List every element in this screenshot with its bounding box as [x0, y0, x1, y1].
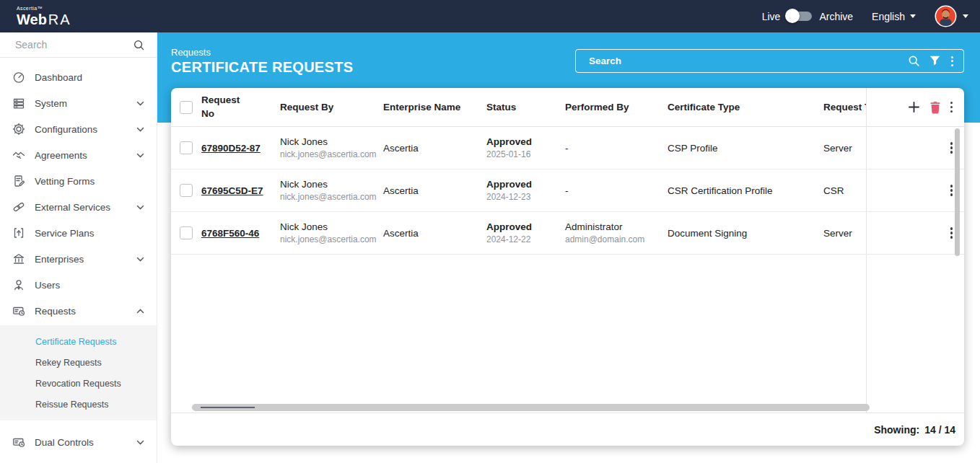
status-cell: Approved2024-12-22	[486, 221, 565, 244]
add-request-button[interactable]	[907, 100, 922, 115]
request-no-link[interactable]: 67890D52-87	[201, 143, 261, 154]
chevron-down-icon	[136, 205, 144, 210]
table-row[interactable]: 67890D52-87 Nick Jonesnick.jones@ascerti…	[171, 127, 964, 169]
live-archive-toggle[interactable]	[787, 12, 812, 21]
live-label: Live	[762, 11, 781, 22]
sidebar: Dashboard System Configurations Agreemen…	[0, 32, 157, 463]
system-icon	[12, 97, 25, 110]
bank-icon	[12, 252, 25, 265]
sidebar-item-service-plans[interactable]: Service Plans	[0, 220, 157, 246]
sidebar-item-label: External Services	[35, 202, 110, 213]
topbar: Ascertia™ WebRA Live Archive English	[0, 0, 980, 32]
certificate-requests-table-card: Request No Request By Enterprise Name St…	[171, 88, 964, 446]
sidebar-item-label: Agreements	[35, 150, 87, 161]
vertical-scrollbar[interactable]	[955, 128, 960, 256]
sidebar-item-rekey-requests[interactable]: Rekey Requests	[0, 352, 157, 373]
sidebar-item-dual-controls[interactable]: Dual Controls	[0, 429, 157, 455]
language-label: English	[872, 11, 905, 22]
sidebar-item-certificates[interactable]: Certificates	[0, 455, 157, 463]
chevron-down-icon	[136, 101, 144, 106]
toggle-knob[interactable]	[785, 9, 800, 23]
request-type-cell: CSR	[823, 185, 866, 196]
horizontal-scrollbar[interactable]	[192, 404, 870, 411]
user-menu[interactable]	[935, 5, 968, 27]
brand-title: WebRA	[17, 12, 71, 27]
avatar[interactable]	[935, 5, 957, 27]
chevron-down-icon	[910, 14, 916, 18]
request-card-icon	[12, 304, 25, 317]
row-checkbox[interactable]	[180, 141, 193, 154]
table-options-menu-icon[interactable]	[949, 100, 955, 115]
sidebar-item-label: System	[35, 98, 67, 109]
sidebar-subitem-label: Rekey Requests	[35, 358, 102, 368]
certificate-type-cell: Document Signing	[668, 228, 823, 239]
handshake-icon	[12, 149, 25, 162]
sidebar-item-configurations[interactable]: Configurations	[0, 116, 157, 142]
chevron-down-icon	[963, 14, 968, 18]
filter-icon[interactable]	[929, 56, 940, 66]
select-all-checkbox[interactable]	[180, 101, 193, 114]
request-no-link[interactable]: 67695C5D-E7	[201, 185, 263, 196]
column-header-status[interactable]: Status	[486, 102, 565, 113]
column-header-certificate-type[interactable]: Certificate Type	[668, 102, 823, 113]
sidebar-item-vetting-forms[interactable]: Vetting Forms	[0, 168, 157, 194]
sidebar-item-label: Service Plans	[35, 228, 95, 239]
sidebar-search-input[interactable]	[14, 38, 133, 51]
showing-label: Showing:	[874, 424, 919, 436]
sidebar-item-certificate-requests[interactable]: Certificate Requests	[0, 331, 157, 352]
certificate-type-cell: CSP Profile	[668, 143, 823, 154]
table-search-box	[575, 49, 964, 73]
column-header-request-no[interactable]: Request No	[201, 94, 280, 120]
table-search-input[interactable]	[587, 55, 908, 67]
enterprise-cell: Ascertia	[383, 185, 486, 196]
requests-submenu: Certificate Requests Rekey Requests Revo…	[0, 325, 157, 420]
sidebar-item-external-services[interactable]: External Services	[0, 194, 157, 220]
sidebar-item-reissue-requests[interactable]: Reissue Requests	[0, 394, 157, 415]
sidebar-item-users[interactable]: Users	[0, 272, 157, 298]
sidebar-item-label: Enterprises	[35, 254, 84, 265]
kebab-menu-icon[interactable]	[950, 55, 955, 68]
sidebar-item-requests[interactable]: Requests	[0, 298, 157, 324]
table-row[interactable]: 67695C5D-E7 Nick Jonesnick.jones@ascerti…	[171, 169, 964, 212]
row-checkbox[interactable]	[180, 184, 193, 197]
row-options-menu-icon[interactable]	[949, 183, 955, 198]
table-row[interactable]: 6768F560-46 Nick Jonesnick.jones@ascerti…	[171, 212, 964, 255]
sidebar-item-system[interactable]: System	[0, 90, 157, 116]
breadcrumb: Requests	[171, 47, 211, 58]
showing-value: 14 / 14	[924, 424, 955, 436]
sidebar-item-label: Dashboard	[35, 72, 82, 83]
search-icon[interactable]	[908, 55, 920, 67]
request-no-link[interactable]: 6768F560-46	[201, 228, 259, 239]
search-icon[interactable]	[133, 39, 145, 51]
sidebar-item-label: Users	[35, 280, 60, 291]
horizontal-scrollbar-thumb[interactable]	[201, 407, 255, 408]
performed-by-cell: Administratoradmin@domain.com	[565, 221, 668, 244]
sidebar-item-revocation-requests[interactable]: Revocation Requests	[0, 373, 157, 394]
chevron-down-icon	[136, 257, 144, 262]
enterprise-cell: Ascertia	[383, 228, 486, 239]
language-selector[interactable]: English	[872, 11, 916, 22]
column-header-enterprise-name[interactable]: Enterprise Name	[383, 102, 486, 113]
column-header-request-by[interactable]: Request By	[280, 102, 383, 113]
performed-by-cell: -	[565, 143, 668, 154]
sidebar-item-enterprises[interactable]: Enterprises	[0, 246, 157, 272]
document-pen-icon	[12, 175, 25, 188]
status-cell: Approved2025-01-16	[486, 136, 565, 159]
request-type-cell: Server	[823, 228, 866, 239]
sidebar-item-agreements[interactable]: Agreements	[0, 142, 157, 168]
sidebar-item-dashboard[interactable]: Dashboard	[0, 64, 157, 90]
sidebar-subitem-label: Revocation Requests	[35, 379, 121, 389]
archive-label: Archive	[819, 11, 853, 22]
row-options-menu-icon[interactable]	[949, 226, 955, 240]
request-by-cell: Nick Jonesnick.jones@ascertia.com	[280, 221, 383, 244]
status-cell: Approved2024-12-23	[486, 179, 565, 202]
column-header-performed-by[interactable]: Performed By	[565, 102, 668, 113]
row-options-menu-icon[interactable]	[949, 141, 955, 155]
sidebar-subitem-label: Reissue Requests	[35, 400, 108, 410]
row-checkbox[interactable]	[180, 226, 193, 239]
delete-button[interactable]	[928, 100, 942, 115]
sidebar-item-label: Requests	[35, 306, 76, 317]
chevron-up-icon	[136, 309, 144, 314]
column-header-request-type[interactable]: Request Type	[823, 102, 866, 113]
service-plan-icon	[12, 226, 25, 239]
